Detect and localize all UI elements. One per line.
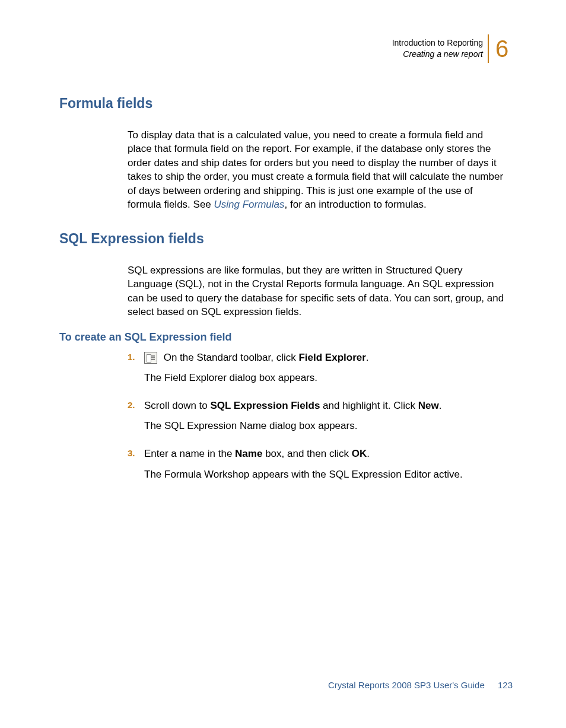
formula-fields-paragraph: To display data that is a calculated val…: [128, 128, 507, 212]
page-header: Introduction to Reporting Creating a new…: [59, 34, 513, 63]
heading-sql-expression-fields: SQL Expression fields: [59, 231, 513, 247]
step-3-body: Enter a name in the Name box, and then c…: [144, 447, 507, 462]
page-footer: Crystal Reports 2008 SP3 User's Guide 12…: [328, 680, 513, 690]
step-1-result: The Field Explorer dialog box appears.: [144, 371, 507, 386]
step-3-text-post: .: [367, 448, 370, 459]
step-1-body: On the Standard toolbar, click Field Exp…: [144, 351, 507, 365]
header-text: Introduction to Reporting Creating a new…: [392, 37, 483, 60]
header-section-title: Creating a new report: [392, 49, 483, 60]
using-formulas-link[interactable]: Using Formulas: [214, 199, 285, 210]
header-chapter-title: Introduction to Reporting: [392, 37, 483, 49]
formula-para-text1: To display data that is a calculated val…: [128, 129, 503, 210]
step-1: 1. On the Standard toolbar, click Field …: [128, 351, 507, 365]
step-3-text-pre: Enter a name in the: [144, 448, 235, 459]
step-number-3: 3.: [128, 447, 144, 458]
heading-formula-fields: Formula fields: [59, 96, 513, 112]
step-2-bold2: New: [418, 400, 439, 411]
footer-guide-title: Crystal Reports 2008 SP3 User's Guide: [328, 680, 485, 690]
chapter-number-badge: 6: [488, 34, 513, 63]
sql-expression-paragraph: SQL expressions are like formulas, but t…: [128, 263, 507, 319]
step-1-text-post: .: [366, 352, 369, 363]
step-3-bold2: OK: [352, 448, 367, 459]
step-2-body: Scroll down to SQL Expression Fields and…: [144, 399, 507, 414]
step-2-text-post: .: [439, 400, 442, 411]
step-3: 3. Enter a name in the Name box, and the…: [128, 447, 507, 462]
formula-para-text2: , for an introduction to formulas.: [285, 199, 427, 210]
footer-page-number: 123: [498, 680, 513, 690]
field-explorer-icon: [144, 352, 157, 364]
step-2-bold1: SQL Expression Fields: [211, 400, 320, 411]
subheading-create-sql-expression: To create an SQL Expression field: [59, 331, 513, 344]
step-1-text-pre: On the Standard toolbar, click: [161, 352, 298, 363]
step-2: 2. Scroll down to SQL Expression Fields …: [128, 399, 507, 414]
step-3-result: The Formula Workshop appears with the SQ…: [144, 468, 507, 482]
step-number-2: 2.: [128, 399, 144, 410]
step-2-text-mid: and highlight it. Click: [320, 400, 418, 411]
step-1-bold: Field Explorer: [298, 352, 365, 363]
step-3-bold1: Name: [235, 448, 262, 459]
step-number-1: 1.: [128, 351, 144, 362]
step-2-result: The SQL Expression Name dialog box appea…: [144, 419, 507, 434]
step-3-text-mid: box, and then click: [262, 448, 351, 459]
step-2-text-pre: Scroll down to: [144, 400, 211, 411]
